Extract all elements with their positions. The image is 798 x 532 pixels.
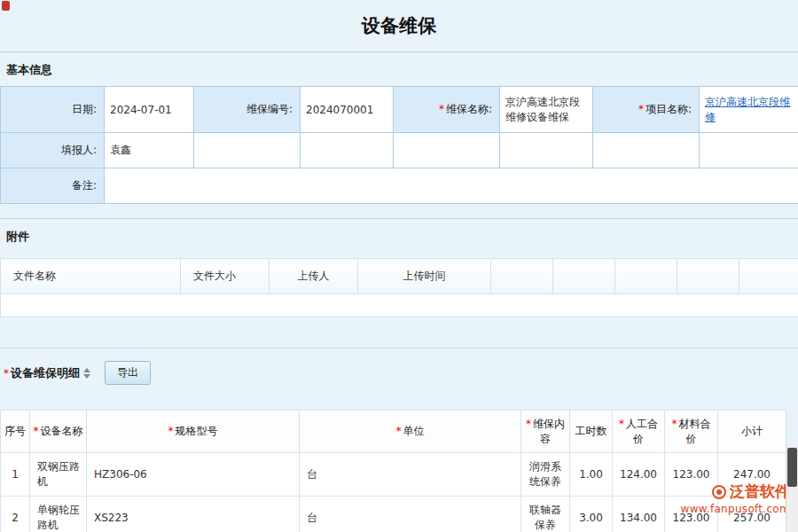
empty-cell [700, 133, 798, 168]
remark-label-cell: 备注: [1, 168, 105, 204]
att-header-uploadtime: 上传时间 [358, 259, 491, 294]
empty-cell [491, 259, 553, 294]
date-label-cell: 日期: [1, 87, 105, 133]
col-header-content: *维保内容 [521, 411, 570, 453]
fanpu-logo-icon [712, 485, 726, 499]
date-label: 日期: [72, 103, 97, 115]
form-row-1: 日期: 2024-07-01 维保编号: 2024070001 *维保名称: 京… [1, 87, 798, 133]
col-header-unit: *单位 [300, 411, 521, 453]
col-subtotal-label: 小计 [741, 425, 763, 437]
attachments-empty-row [1, 294, 798, 317]
empty-cell [739, 259, 798, 294]
export-button[interactable]: 导出 [105, 361, 151, 385]
att-header-filename: 文件名称 [1, 259, 181, 294]
cell-model: XS223 [87, 497, 300, 532]
col-header-device: *设备名称 [30, 411, 87, 453]
cell-labor: 134.00 [613, 497, 665, 532]
name-label-cell: *维保名称: [394, 87, 500, 133]
remark-value-cell [105, 168, 798, 204]
col-hours-label: 工时数 [575, 425, 607, 437]
reporter-label: 填报人: [61, 144, 97, 156]
project-link[interactable]: 京沪高速北京段维修 [705, 96, 790, 123]
name-label: 维保名称: [446, 103, 492, 115]
reporter-label-cell: 填报人: [1, 133, 105, 168]
required-mark: * [396, 425, 402, 437]
attachments-header-row: 文件名称 文件大小 上传人 上传时间 [1, 259, 798, 294]
watermark-site: www.fanpusoft.com [681, 503, 790, 515]
cell-unit: 台 [300, 497, 521, 532]
scrollbar-thumb[interactable] [787, 448, 797, 487]
details-header-row: 序号 *设备名称 *规格型号 *单位 *维保内容 工时数 *人工合价 *材料合价… [1, 411, 786, 453]
reporter-value-cell: 袁鑫 [105, 133, 194, 168]
cell-no: 1 [1, 453, 30, 497]
reporter-value: 袁鑫 [110, 144, 131, 156]
cell-device: 单钢轮压路机 [30, 497, 87, 532]
code-value: 2024070001 [306, 104, 373, 116]
attachments-table: 文件名称 文件大小 上传人 上传时间 [0, 258, 798, 317]
col-no-label: 序号 [4, 425, 26, 437]
empty-cell [593, 133, 700, 168]
watermark-brand: 泛普软件 [730, 481, 790, 502]
attachments-section-title: 附件 [0, 218, 798, 253]
page-title: 设备维保 [0, 0, 798, 51]
code-label: 维保编号: [246, 103, 293, 115]
att-header-uploader: 上传人 [270, 259, 358, 294]
cell-no: 2 [1, 497, 30, 532]
empty-cell [615, 259, 677, 294]
details-header: * 设备维保明细 导出 [0, 348, 798, 394]
empty-cell [553, 259, 615, 294]
details-section-title: 设备维保明细 [11, 365, 80, 381]
empty-cell [394, 133, 500, 168]
col-header-subtotal: 小计 [718, 411, 786, 453]
name-value: 京沪高速北京段维修设备维保 [505, 96, 580, 123]
empty-cell [677, 259, 739, 294]
empty-cell [194, 133, 301, 168]
details-table: 序号 *设备名称 *规格型号 *单位 *维保内容 工时数 *人工合价 *材料合价… [0, 410, 786, 532]
required-mark: * [619, 418, 624, 430]
col-header-model: *规格型号 [87, 411, 300, 453]
form-row-2: 填报人: 袁鑫 [1, 133, 798, 168]
date-value-cell: 2024-07-01 [105, 87, 194, 133]
table-row: 1 双钢压路机 HZ306-06 台 润滑系统保养 1.00 124.00 12… [1, 453, 786, 497]
required-mark: * [168, 425, 174, 437]
cell-hours: 3.00 [570, 497, 613, 532]
empty-cell [500, 133, 593, 168]
project-value-cell: 京沪高速北京段维修 [700, 87, 798, 133]
cell-content: 联轴器保养 [521, 497, 570, 532]
cell-device: 双钢压路机 [30, 453, 87, 497]
required-mark: * [638, 103, 644, 115]
col-content-label: 维保内容 [533, 418, 565, 445]
name-value-cell: 京沪高速北京段维修设备维保 [500, 87, 593, 133]
project-label-cell: *项目名称: [593, 87, 700, 133]
att-header-filesize: 文件大小 [181, 259, 270, 294]
cell-model: HZ306-06 [87, 453, 300, 497]
col-material-label: 材料合价 [679, 418, 711, 445]
cell-hours: 1.00 [570, 453, 613, 497]
required-mark: * [672, 418, 677, 430]
cell-content: 润滑系统保养 [521, 453, 570, 497]
col-header-material: *材料合价 [665, 411, 718, 453]
vertical-scrollbar[interactable] [786, 445, 798, 532]
sort-icon[interactable] [83, 368, 90, 379]
code-label-cell: 维保编号: [194, 87, 301, 133]
empty-cell [1, 294, 798, 317]
required-mark: * [4, 367, 9, 379]
col-header-hours: 工时数 [570, 411, 613, 453]
basic-info-table: 日期: 2024-07-01 维保编号: 2024070001 *维保名称: 京… [0, 86, 798, 204]
col-unit-label: 单位 [403, 425, 425, 437]
col-labor-label: 人工合价 [626, 418, 658, 445]
required-mark: * [526, 418, 531, 430]
col-device-label: 设备名称 [41, 425, 83, 437]
required-mark: * [34, 425, 39, 437]
form-row-3: 备注: [1, 168, 798, 204]
cell-labor: 124.00 [613, 453, 665, 497]
basic-info-section-title: 基本信息 [0, 51, 798, 86]
required-mark: * [439, 103, 444, 115]
cell-unit: 台 [300, 453, 521, 497]
corner-logo [2, 1, 10, 11]
table-row: 2 单钢轮压路机 XS223 台 联轴器保养 3.00 134.00 123.0… [1, 497, 786, 532]
col-header-labor: *人工合价 [613, 411, 665, 453]
date-value: 2024-07-01 [110, 104, 172, 116]
remark-label: 备注: [72, 179, 97, 192]
attachments-section: 附件 文件名称 文件大小 上传人 上传时间 [0, 218, 798, 317]
